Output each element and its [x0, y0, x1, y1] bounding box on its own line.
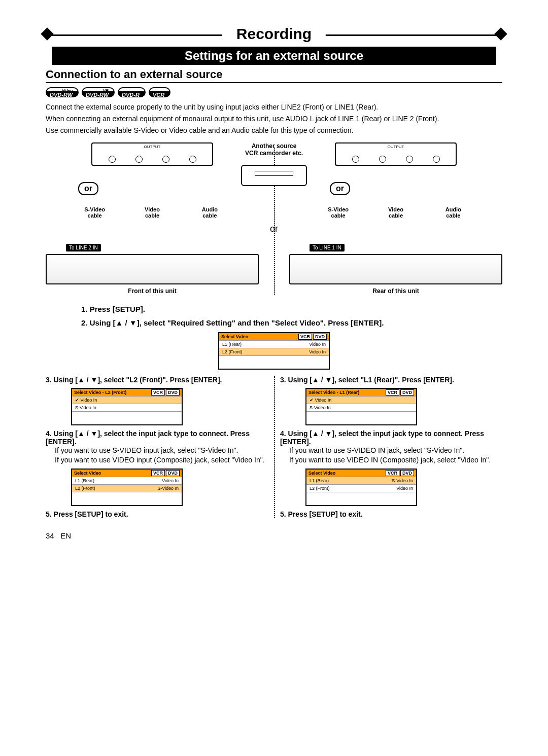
intro-line: When connecting an external equipment of…: [46, 114, 502, 124]
menu-title-row: Select Video VCRDVD: [219, 333, 329, 340]
step-3-right: 3. Using [▲ / ▼], select "L1 (Rear)". Pr…: [280, 376, 502, 384]
diagram-front: OUTPUT or S-Video cable Video cable Audi…: [46, 142, 259, 219]
intro-text: Connect the external source properly to …: [46, 102, 502, 135]
jack-icon: [135, 156, 143, 163]
menu-row-selected: L2 (Front)S-Video In: [72, 484, 182, 492]
video-cable-label: Video cable: [137, 206, 167, 219]
menu-row: L1 (Rear)Video In: [219, 340, 329, 348]
chapter-banner: Recording: [46, 25, 502, 43]
or-badge: or: [78, 182, 98, 195]
or-label: or: [270, 224, 278, 234]
vcr-icon: [241, 165, 307, 186]
jack-icon: [189, 156, 196, 163]
menu-row: S-Video In: [306, 404, 416, 411]
format-badges: VideoDVD-RW VRDVD-RW DVD-R VCR: [46, 87, 502, 97]
connection-diagram: Another source VCR camcorder etc. or OUT…: [46, 142, 502, 300]
jack-icon: [379, 156, 386, 163]
setup-steps: 1. Press [SETUP]. 2. Using [▲ / ▼], sele…: [81, 305, 502, 327]
badge-vcr: VCR: [149, 87, 170, 97]
select-video-result-menu: Select VideoVCRDVD L1 (Rear)Video In L2 …: [71, 469, 183, 506]
page-lang: EN: [60, 531, 71, 540]
menu-row: L2 (Front)Video In: [306, 484, 416, 492]
output-panel: OUTPUT: [335, 142, 457, 166]
menu-row: L1 (Rear)Video In: [72, 477, 182, 484]
line1-badge: To LINE 1 IN: [310, 244, 345, 251]
section-banner: Settings for an external source: [52, 47, 496, 65]
cable-labels: S-Video cable Video cable Audio cable: [46, 206, 259, 219]
jack-icon: [352, 156, 359, 163]
menu-tabs: VCRDVD: [297, 334, 327, 339]
svideo-cable-label: S-Video cable: [80, 206, 110, 219]
badge-dvd-rw-vr: VRDVD-RW: [82, 87, 115, 97]
section-title: Connection to an external source: [46, 68, 502, 83]
menu-row: S-Video In: [72, 404, 182, 411]
svideo-cable-label: S-Video cable: [323, 206, 354, 219]
or-badge: or: [330, 182, 350, 195]
left-column: 3. Using [▲ / ▼], select "L2 (Front)". P…: [46, 376, 268, 519]
intro-line: Use commercially available S-Video or Vi…: [46, 126, 502, 135]
jack-icon: [433, 156, 440, 163]
menu-row-selected: L1 (Rear)S-Video In: [306, 477, 416, 484]
step-2: 2. Using [▲ / ▼], select "Required Setti…: [81, 318, 502, 327]
unit-rear-icon: [289, 254, 502, 284]
badge-dvd-rw-video: VideoDVD-RW: [46, 87, 79, 97]
intro-line: Connect the external source properly to …: [46, 102, 502, 112]
step-1: 1. Press [SETUP].: [81, 305, 502, 313]
audio-cable-label: Audio cable: [438, 206, 468, 219]
step-4-note: If you want to use S-VIDEO IN jack, sele…: [289, 446, 502, 455]
step-4-right: 4. Using [▲ / ▼], select the input jack …: [280, 429, 502, 446]
audio-cable-label: Audio cable: [194, 206, 225, 219]
page-footer: 34 EN: [46, 531, 502, 540]
step-5-right: 5. Press [SETUP] to exit.: [280, 510, 502, 518]
front-caption: Front of this unit: [46, 287, 259, 295]
menu-row-selected: Video In: [72, 396, 182, 404]
step-4-left: 4. Using [▲ / ▼], select the input jack …: [46, 429, 268, 446]
unit-front-icon: [46, 254, 259, 284]
page-number: 34: [46, 531, 54, 540]
line2-badge: To LINE 2 IN: [66, 244, 101, 251]
branch-columns: 3. Using [▲ / ▼], select "L2 (Front)". P…: [46, 376, 502, 519]
right-column: 3. Using [▲ / ▼], select "L1 (Rear)". Pr…: [280, 376, 502, 519]
badge-dvd-r: DVD-R: [118, 87, 146, 97]
menu-row-selected: L2 (Front)Video In: [219, 348, 329, 355]
jack-row: [336, 156, 456, 163]
jack-icon: [109, 156, 116, 163]
select-video-l1-menu: Select Video - L1 (Rear)VCRDVD Video In …: [305, 388, 417, 425]
jack-icon: [406, 156, 413, 163]
diagram-rear: OUTPUT or S-Video cable Video cable Audi…: [289, 142, 502, 219]
source-device-label: Another source VCR camcorder etc.: [228, 142, 320, 157]
jack-icon: [162, 156, 169, 163]
jack-row: [92, 156, 212, 163]
rear-caption: Rear of this unit: [289, 287, 502, 295]
menu-row-selected: Video In: [306, 396, 416, 404]
step-4-note: If you want to use VIDEO IN (Composite) …: [289, 455, 502, 465]
step-4-note: If you want to use S-VIDEO input jack, s…: [55, 446, 268, 455]
menu-title: Select Video: [221, 334, 248, 339]
select-video-l2-menu: Select Video - L2 (Front)VCRDVD Video In…: [71, 388, 183, 425]
chapter-title: Recording: [222, 25, 326, 43]
video-cable-label: Video cable: [381, 206, 411, 219]
step-5-left: 5. Press [SETUP] to exit.: [46, 510, 268, 518]
step-4-note: If you want to use VIDEO input (Composit…: [55, 455, 268, 465]
output-panel: OUTPUT: [91, 142, 213, 166]
cable-labels: S-Video cable Video cable Audio cable: [289, 206, 502, 219]
step-3-left: 3. Using [▲ / ▼], select "L2 (Front)". P…: [46, 376, 268, 384]
select-video-result-menu: Select VideoVCRDVD L1 (Rear)S-Video In L…: [305, 469, 417, 506]
select-video-menu: Select Video VCRDVD L1 (Rear)Video In L2…: [218, 332, 330, 370]
